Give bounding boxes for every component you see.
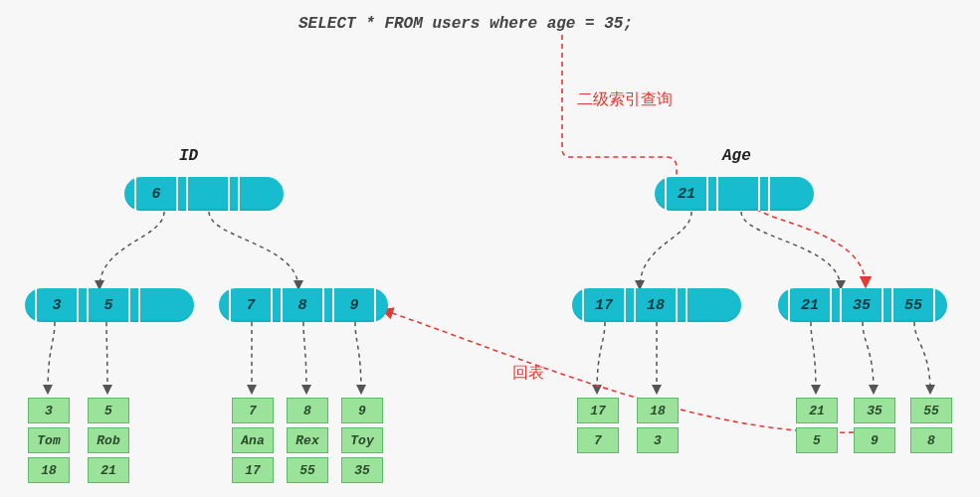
- age-branch-a-key2: 18: [634, 288, 676, 322]
- id-branch-b-key2: 8: [281, 288, 322, 322]
- age-leaf-4: 55 8: [910, 398, 952, 453]
- id-leaf-0: 3 Tom 18: [28, 398, 70, 483]
- age-root-node: 21: [655, 177, 814, 211]
- age-branch-b-key3: 55: [891, 288, 933, 322]
- age-branch-b-key1: 21: [788, 288, 830, 322]
- id-root-node: 6: [124, 177, 284, 211]
- age-leaf-1: 18 3: [637, 398, 679, 453]
- secondary-index-label: 二级索引查询: [577, 89, 673, 110]
- id-leaf-3: 8 Rex 55: [287, 398, 328, 483]
- age-branch-b-key2: 35: [840, 288, 882, 322]
- left-tree-title: ID: [179, 147, 198, 165]
- id-leaf-4: 9 Toy 35: [341, 398, 383, 483]
- id-branch-b-key1: 7: [229, 288, 271, 322]
- age-branch-b: 21 35 55: [778, 288, 947, 322]
- id-branch-a-key1: 3: [35, 288, 77, 322]
- age-branch-a: 17 18: [572, 288, 741, 322]
- age-root-key: 21: [665, 177, 706, 211]
- id-branch-b-key3: 9: [332, 288, 374, 322]
- id-branch-b: 7 8 9: [219, 288, 388, 322]
- right-tree-title: Age: [722, 147, 751, 165]
- diagram-stage: SELECT * FROM users where age = 35; ID A…: [0, 0, 980, 497]
- id-root-key: 6: [134, 177, 176, 211]
- sql-statement: SELECT * FROM users where age = 35;: [298, 15, 633, 33]
- age-branch-a-key1: 17: [582, 288, 624, 322]
- back-to-table-label: 回表: [512, 363, 544, 384]
- id-leaf-1: 5 Rob 21: [88, 398, 129, 483]
- age-leaf-2: 21 5: [796, 398, 838, 453]
- age-leaf-3: 35 9: [854, 398, 895, 453]
- id-branch-a-key2: 5: [87, 288, 128, 322]
- id-leaf-2: 7 Ana 17: [232, 398, 274, 483]
- id-branch-a: 3 5: [25, 288, 194, 322]
- age-leaf-0: 17 7: [577, 398, 619, 453]
